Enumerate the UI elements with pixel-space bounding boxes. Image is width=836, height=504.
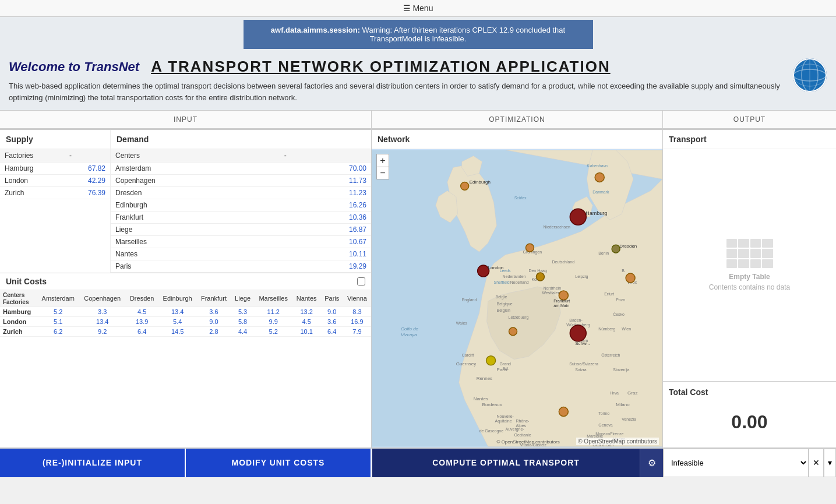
svg-text:England: England: [462, 298, 477, 302]
svg-text:Nederlanden: Nederlanden: [503, 274, 526, 279]
svg-text:Auvergne-: Auvergne-: [506, 427, 525, 432]
svg-text:Milano: Milano: [616, 402, 630, 407]
svg-text:am Main: am Main: [553, 304, 569, 308]
svg-text:Occitanie: Occitanie: [514, 433, 531, 437]
dropdown-status-button[interactable]: ▾: [824, 449, 836, 477]
supply-factory-label: Hamburg: [0, 163, 65, 175]
uc-header-city: Liege: [231, 290, 254, 307]
svg-text:Torino: Torino: [598, 411, 609, 415]
transport-panel: Transport Empty Table Contents contains …: [663, 130, 836, 382]
demand-row: Edinburgh 16.26: [111, 199, 371, 212]
header-description: This web-based application determines th…: [9, 80, 795, 103]
demand-center-label: Marseilles: [111, 236, 280, 248]
demand-row: Nantes 10.11: [111, 248, 371, 260]
svg-text:Cardiff: Cardiff: [462, 353, 474, 357]
supply-value: 76.39: [65, 187, 110, 199]
initialize-button[interactable]: (RE-)INITIALIZE INPUT: [0, 449, 186, 477]
uc-header-city: Vienna: [343, 290, 371, 307]
zoom-out-button[interactable]: −: [376, 167, 389, 179]
welcome-text: Welcome to TransNet: [9, 59, 139, 75]
demand-value: 19.29: [280, 260, 371, 273]
svg-text:Letzebuerg: Letzebuerg: [509, 315, 529, 320]
clear-status-button[interactable]: ✕: [809, 449, 824, 477]
svg-text:Nouvelle-: Nouvelle-: [497, 414, 514, 418]
demand-col1: Centers: [111, 149, 280, 163]
demand-center-label: Frankfurt: [111, 212, 280, 224]
output-section-header: OUTPUT: [663, 111, 836, 129]
svg-text:Westfalen: Westfalen: [542, 291, 560, 295]
uc-header-city: Nantes: [292, 290, 321, 307]
optimization-section-header: OPTIMIZATION: [372, 111, 663, 129]
uc-cell: 13.4: [158, 307, 197, 317]
empty-table-message: Contents contains no data: [709, 283, 790, 291]
city-vienna: [626, 273, 635, 283]
city-liege: [536, 273, 544, 281]
globe-icon: [792, 58, 827, 93]
svg-text:Nantes: Nantes: [474, 396, 488, 401]
svg-text:Nederland: Nederland: [510, 280, 529, 284]
svg-text:Danmark: Danmark: [592, 190, 609, 194]
unit-costs-panel: Unit Costs CentersFactoriesAmsterdamCope…: [0, 273, 371, 337]
demand-value: 10.36: [280, 212, 371, 224]
demand-value: 11.23: [280, 187, 371, 199]
svg-text:Edinburgh: Edinburgh: [470, 179, 491, 185]
unit-costs-checkbox[interactable]: [357, 277, 365, 286]
menu-label: Menu: [412, 3, 433, 13]
settings-button[interactable]: ⚙: [640, 449, 663, 477]
uc-header-city: Dresden: [126, 290, 158, 307]
demand-row: Frankfurt 10.36: [111, 212, 371, 224]
svg-text:Leipzig: Leipzig: [575, 274, 588, 279]
demand-center-label: Copenhagen: [111, 175, 280, 187]
svg-text:Wien: Wien: [622, 327, 631, 331]
map-credit: © OpenStreetMap contributors: [576, 438, 659, 445]
uc-cell: 13.4: [79, 317, 126, 327]
uc-header-city: Frankfurt: [196, 290, 231, 307]
uc-cell: 6.4: [321, 327, 343, 337]
svg-text:Aquitaine: Aquitaine: [495, 419, 512, 424]
demand-value: 16.26: [280, 199, 371, 212]
input-column: Supply Factories - Hamburg 67.82 London …: [0, 130, 372, 447]
map-zoom-controls[interactable]: + −: [376, 154, 389, 179]
uc-cell: 5.8: [231, 317, 254, 327]
svg-text:Suisse/Svizzera: Suisse/Svizzera: [569, 362, 598, 366]
header-area: Welcome to TransNet A TRANSPORT NETWORK …: [0, 52, 836, 111]
demand-center-label: Dresden: [111, 187, 280, 199]
svg-text:Bordeaux: Bordeaux: [482, 402, 502, 407]
svg-text:Belgique: Belgique: [497, 302, 513, 306]
uc-header-city: Marseilles: [255, 290, 292, 307]
demand-row: Marseilles 10.67: [111, 236, 371, 248]
supply-factory-label: Zurich: [0, 187, 65, 199]
uc-header-city: Edinburgh: [158, 290, 197, 307]
demand-value: 10.11: [280, 248, 371, 260]
city-dresden: [612, 245, 620, 253]
unit-cost-row: Zurich6.29.26.414.52.84.45.210.16.47.9: [0, 327, 371, 337]
demand-row: Copenhagen 11.73: [111, 175, 371, 187]
city-paris: [509, 327, 517, 336]
svg-text:Schles.: Schles.: [514, 196, 528, 200]
svg-text:Grand: Grand: [500, 362, 511, 366]
svg-text:Frankfurt: Frankfurt: [553, 299, 570, 303]
unit-costs-title: Unit Costs: [6, 277, 357, 286]
svg-text:Sheffield: Sheffield: [494, 280, 510, 284]
menu-bar[interactable]: ☰ Menu: [0, 0, 836, 17]
zoom-in-button[interactable]: +: [376, 154, 389, 167]
svg-text:Schw...: Schw...: [575, 341, 590, 346]
uc-cell: 13.9: [126, 317, 158, 327]
compute-button[interactable]: COMPUTE OPTIMAL TRANSPORT: [372, 449, 640, 477]
status-select[interactable]: Infeasible: [664, 449, 809, 477]
supply-row: Hamburg 67.82: [0, 163, 110, 175]
demand-value: 70.00: [280, 163, 371, 175]
uc-cell: 7.9: [343, 327, 371, 337]
demand-row: Dresden 11.23: [111, 187, 371, 199]
uc-cell: 9.2: [79, 327, 126, 337]
demand-col2: -: [280, 149, 371, 163]
uc-cell: 3.3: [79, 307, 126, 317]
demand-center-label: Nantes: [111, 248, 280, 260]
demand-row: Liege 16.87: [111, 224, 371, 236]
demand-center-label: Liege: [111, 224, 280, 236]
svg-text:Erfurt: Erfurt: [604, 292, 614, 296]
modify-button[interactable]: MODIFY UNIT COSTS: [186, 449, 372, 477]
svg-text:Slovenija: Slovenija: [613, 368, 629, 372]
svg-text:Den Haag: Den Haag: [528, 269, 547, 273]
svg-text:Guernsey: Guernsey: [456, 361, 477, 366]
